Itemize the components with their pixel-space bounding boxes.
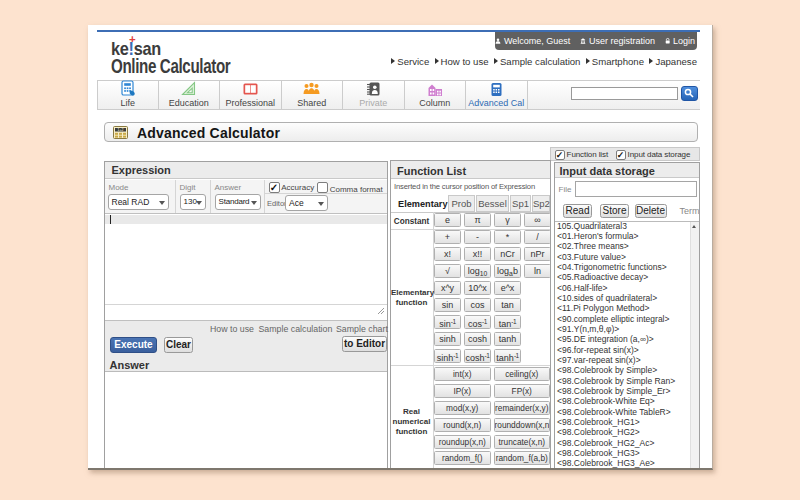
- svg-text:1+2: 1+2: [118, 128, 124, 132]
